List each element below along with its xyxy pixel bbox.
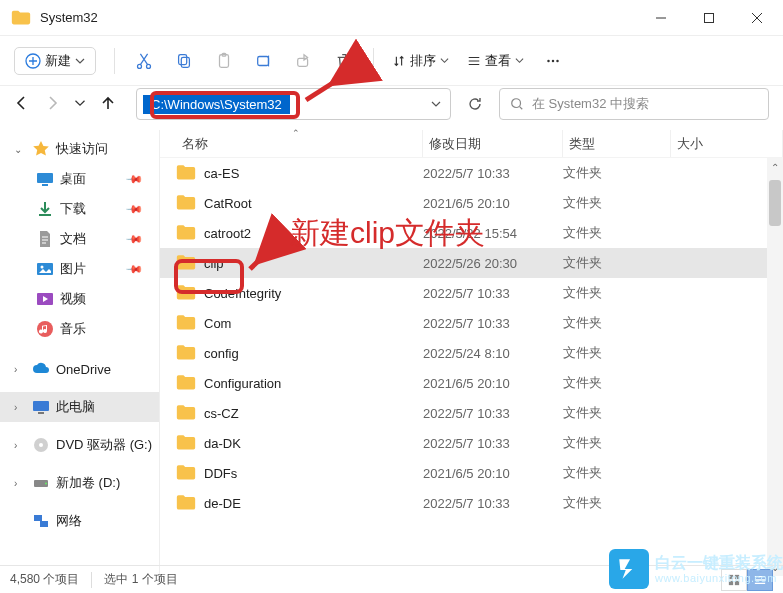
new-button-label: 新建 bbox=[45, 52, 71, 70]
back-button[interactable] bbox=[14, 95, 30, 114]
scroll-thumb[interactable] bbox=[769, 180, 781, 226]
forward-button[interactable] bbox=[44, 95, 60, 114]
svg-point-11 bbox=[552, 59, 555, 62]
table-row[interactable]: ca-ES2022/5/7 10:33文件夹 bbox=[160, 158, 783, 188]
maximize-button[interactable] bbox=[685, 0, 733, 35]
svg-point-12 bbox=[556, 59, 559, 62]
table-row[interactable]: DDFs2021/6/5 20:10文件夹 bbox=[160, 458, 783, 488]
file-name: de-DE bbox=[204, 496, 241, 511]
search-box[interactable]: 在 System32 中搜索 bbox=[499, 88, 769, 120]
address-bar[interactable]: C:\Windows\System32 bbox=[136, 88, 451, 120]
svg-point-17 bbox=[41, 266, 44, 269]
view-label: 查看 bbox=[485, 52, 511, 70]
sidebar-item-network[interactable]: ›网络 bbox=[0, 506, 159, 536]
delete-button[interactable] bbox=[333, 50, 355, 72]
sidebar-item-onedrive[interactable]: ›OneDrive bbox=[0, 354, 159, 384]
folder-icon bbox=[176, 433, 196, 454]
scrollbar[interactable]: ⌃ ⌄ bbox=[767, 158, 783, 576]
sidebar-label: 图片 bbox=[60, 260, 86, 278]
sidebar-item-documents[interactable]: 文档📌 bbox=[0, 224, 159, 254]
scroll-up-icon[interactable]: ⌃ bbox=[767, 158, 783, 176]
cut-button[interactable] bbox=[133, 50, 155, 72]
table-row[interactable]: catroot22022/5/22 15:54文件夹 bbox=[160, 218, 783, 248]
file-name: Com bbox=[204, 316, 231, 331]
sidebar-label: 网络 bbox=[56, 512, 82, 530]
sidebar: ⌄ 快速访问 桌面📌 下载📌 文档📌 图片📌 视频 音乐 ›OneDrive ›… bbox=[0, 130, 160, 576]
table-row[interactable]: Configuration2021/6/5 20:10文件夹 bbox=[160, 368, 783, 398]
sidebar-item-videos[interactable]: 视频 bbox=[0, 284, 159, 314]
minimize-button[interactable] bbox=[637, 0, 685, 35]
disc-icon bbox=[32, 436, 50, 454]
share-button[interactable] bbox=[293, 50, 315, 72]
svg-point-2 bbox=[138, 64, 142, 68]
address-dropdown[interactable] bbox=[428, 99, 444, 109]
close-button[interactable] bbox=[733, 0, 781, 35]
file-date: 2022/5/7 10:33 bbox=[423, 316, 563, 331]
view-button[interactable]: 查看 bbox=[467, 52, 524, 70]
sidebar-item-quick-access[interactable]: ⌄ 快速访问 bbox=[0, 134, 159, 164]
table-row[interactable]: de-DE2022/5/7 10:33文件夹 bbox=[160, 488, 783, 518]
folder-icon bbox=[176, 343, 196, 364]
sidebar-label: 下载 bbox=[60, 200, 86, 218]
sidebar-item-volume[interactable]: ›新加卷 (D:) bbox=[0, 468, 159, 498]
title-bar: System32 bbox=[0, 0, 783, 36]
file-name: ca-ES bbox=[204, 166, 239, 181]
sidebar-item-downloads[interactable]: 下载📌 bbox=[0, 194, 159, 224]
paste-button[interactable] bbox=[213, 50, 235, 72]
refresh-button[interactable] bbox=[459, 88, 491, 120]
search-placeholder: 在 System32 中搜索 bbox=[532, 95, 649, 113]
sidebar-item-pictures[interactable]: 图片📌 bbox=[0, 254, 159, 284]
file-date: 2022/5/7 10:33 bbox=[423, 166, 563, 181]
svg-rect-15 bbox=[42, 184, 48, 186]
sidebar-label: 快速访问 bbox=[56, 140, 108, 158]
address-path[interactable]: C:\Windows\System32 bbox=[143, 95, 290, 114]
file-type: 文件夹 bbox=[563, 194, 671, 212]
file-date: 2022/5/7 10:33 bbox=[423, 286, 563, 301]
video-icon bbox=[36, 290, 54, 308]
copy-button[interactable] bbox=[173, 50, 195, 72]
svg-point-10 bbox=[547, 59, 550, 62]
history-button[interactable] bbox=[74, 97, 86, 112]
sidebar-item-music[interactable]: 音乐 bbox=[0, 314, 159, 344]
sidebar-item-this-pc[interactable]: ›此电脑 bbox=[0, 392, 159, 422]
header-type[interactable]: 类型 bbox=[563, 130, 671, 157]
svg-rect-27 bbox=[40, 521, 48, 527]
table-row[interactable]: config2022/5/24 8:10文件夹 bbox=[160, 338, 783, 368]
header-date[interactable]: 修改日期 bbox=[423, 130, 563, 157]
file-name: config bbox=[204, 346, 239, 361]
sort-button[interactable]: 排序 bbox=[392, 52, 449, 70]
folder-icon bbox=[176, 163, 196, 184]
table-row[interactable]: CodeIntegrity2022/5/7 10:33文件夹 bbox=[160, 278, 783, 308]
table-row[interactable]: CatRoot2021/6/5 20:10文件夹 bbox=[160, 188, 783, 218]
folder-icon bbox=[10, 7, 32, 29]
new-button[interactable]: 新建 bbox=[14, 47, 96, 75]
sort-label: 排序 bbox=[410, 52, 436, 70]
file-name: clip bbox=[204, 256, 224, 271]
table-row[interactable]: clip2022/5/26 20:30文件夹 bbox=[160, 248, 783, 278]
up-button[interactable] bbox=[100, 95, 116, 114]
table-row[interactable]: cs-CZ2022/5/7 10:33文件夹 bbox=[160, 398, 783, 428]
sidebar-item-desktop[interactable]: 桌面📌 bbox=[0, 164, 159, 194]
file-name: CodeIntegrity bbox=[204, 286, 281, 301]
file-name: DDFs bbox=[204, 466, 237, 481]
sidebar-label: OneDrive bbox=[56, 362, 111, 377]
svg-rect-5 bbox=[181, 57, 189, 67]
table-row[interactable]: Com2022/5/7 10:33文件夹 bbox=[160, 308, 783, 338]
status-count: 4,580 个项目 bbox=[10, 571, 79, 588]
file-date: 2021/6/5 20:10 bbox=[423, 376, 563, 391]
svg-rect-21 bbox=[38, 412, 44, 414]
folder-icon bbox=[176, 223, 196, 244]
drive-icon bbox=[32, 474, 50, 492]
table-row[interactable]: da-DK2022/5/7 10:33文件夹 bbox=[160, 428, 783, 458]
folder-icon bbox=[176, 283, 196, 304]
file-name: Configuration bbox=[204, 376, 281, 391]
svg-rect-16 bbox=[37, 263, 53, 275]
rename-button[interactable] bbox=[253, 50, 275, 72]
file-list: ⌃ 名称 修改日期 类型 大小 ca-ES2022/5/7 10:33文件夹Ca… bbox=[160, 130, 783, 576]
document-icon bbox=[36, 230, 54, 248]
sidebar-item-dvd[interactable]: ›DVD 驱动器 (G:) bbox=[0, 430, 159, 460]
more-button[interactable] bbox=[542, 50, 564, 72]
pin-icon: 📌 bbox=[124, 229, 143, 248]
file-type: 文件夹 bbox=[563, 434, 671, 452]
header-size[interactable]: 大小 bbox=[671, 130, 783, 157]
